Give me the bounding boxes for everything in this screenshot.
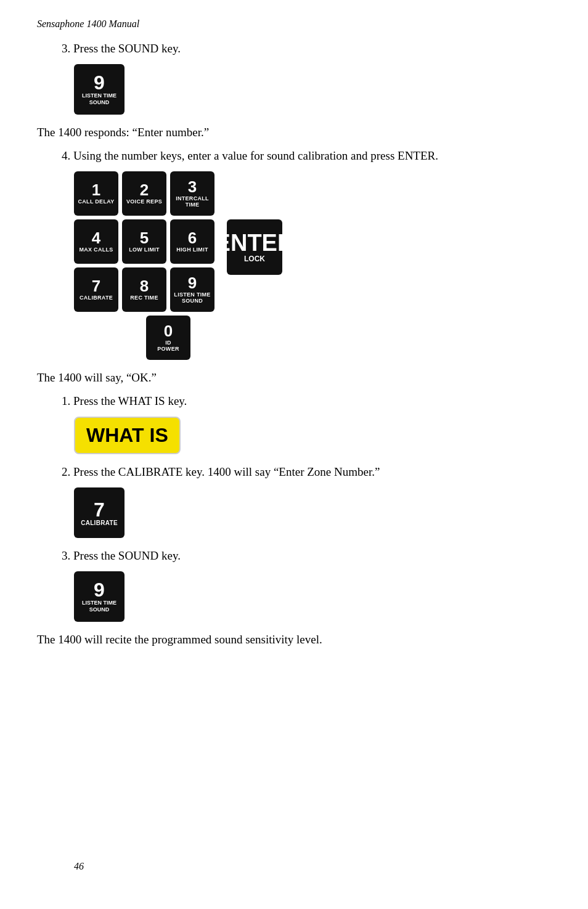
response-text-1: The 1400 responds: “Enter number.” bbox=[37, 126, 551, 139]
key-5: 5 LOW LIMIT bbox=[122, 219, 166, 264]
key-8: 8 REC TIME bbox=[122, 267, 166, 312]
sound-key-num-1: 9 bbox=[94, 73, 105, 92]
ok-text: The 1400 will say, “OK.” bbox=[37, 371, 551, 385]
sound-key-1: 9 LISTEN TIME SOUND bbox=[74, 64, 125, 115]
enter-key-label: ENTER bbox=[215, 231, 295, 255]
what-is-key: WHAT IS bbox=[74, 417, 181, 454]
key-7: 7 CALIBRATE bbox=[74, 267, 118, 312]
final-text: The 1400 will recite the programmed soun… bbox=[37, 633, 551, 646]
calibrate-key: 7 CALIBRATE bbox=[74, 487, 125, 538]
sound-key-num-2: 9 bbox=[94, 580, 105, 600]
keypad-row-4: 0 ID POWER bbox=[122, 316, 214, 360]
page-number: 46 bbox=[74, 861, 84, 872]
key-2: 2 VOICE REPS bbox=[122, 171, 166, 216]
key-0: 0 ID POWER bbox=[146, 316, 190, 360]
calibrate-key-label: CALIBRATE bbox=[81, 520, 118, 526]
step-3b-text: 3. Press the SOUND key. bbox=[62, 549, 551, 563]
key-9: 9 LISTEN TIME SOUND bbox=[170, 267, 214, 312]
keypad-row-2: 4 MAX CALLS 5 LOW LIMIT 6 HIGH LIMIT bbox=[74, 219, 214, 264]
step-1b-text: 1. Press the WHAT IS key. bbox=[62, 394, 551, 408]
manual-title: Sensaphone 1400 Manual bbox=[37, 18, 551, 30]
keypad-grid-area: 1 CALL DELAY 2 VOICE REPS 3 INTERCALL TI… bbox=[74, 171, 551, 360]
step-3a-text: 3. Press the SOUND key. bbox=[62, 42, 551, 55]
key-1: 1 CALL DELAY bbox=[74, 171, 118, 216]
sound-key-label-2: LISTEN TIME SOUND bbox=[82, 600, 116, 613]
key-6: 6 HIGH LIMIT bbox=[170, 219, 214, 264]
sound-key-2: 9 LISTEN TIME SOUND bbox=[74, 571, 125, 622]
enter-key: ENTER LOCK bbox=[227, 219, 282, 275]
calibrate-key-num: 7 bbox=[94, 500, 105, 520]
what-is-key-area: WHAT IS bbox=[74, 417, 551, 454]
key-3: 3 INTERCALL TIME bbox=[170, 171, 214, 216]
keypad-row-1: 1 CALL DELAY 2 VOICE REPS 3 INTERCALL TI… bbox=[74, 171, 214, 216]
step-4-text: 4. Using the number keys, enter a value … bbox=[62, 149, 551, 163]
sound-key-label-1: LISTEN TIME SOUND bbox=[82, 92, 116, 106]
sound-key-image-1: 9 LISTEN TIME SOUND bbox=[74, 64, 551, 115]
enter-key-sub: LOCK bbox=[244, 255, 265, 263]
step-2b-text: 2. Press the CALIBRATE key. 1400 will sa… bbox=[62, 465, 551, 479]
sound-key-image-2: 9 LISTEN TIME SOUND bbox=[74, 571, 551, 622]
calibrate-key-area: 7 CALIBRATE bbox=[74, 487, 551, 538]
key-4: 4 MAX CALLS bbox=[74, 219, 118, 264]
keypad-row-3: 7 CALIBRATE 8 REC TIME 9 LISTEN TIME SOU… bbox=[74, 267, 214, 312]
keypad-col: 1 CALL DELAY 2 VOICE REPS 3 INTERCALL TI… bbox=[74, 171, 214, 360]
